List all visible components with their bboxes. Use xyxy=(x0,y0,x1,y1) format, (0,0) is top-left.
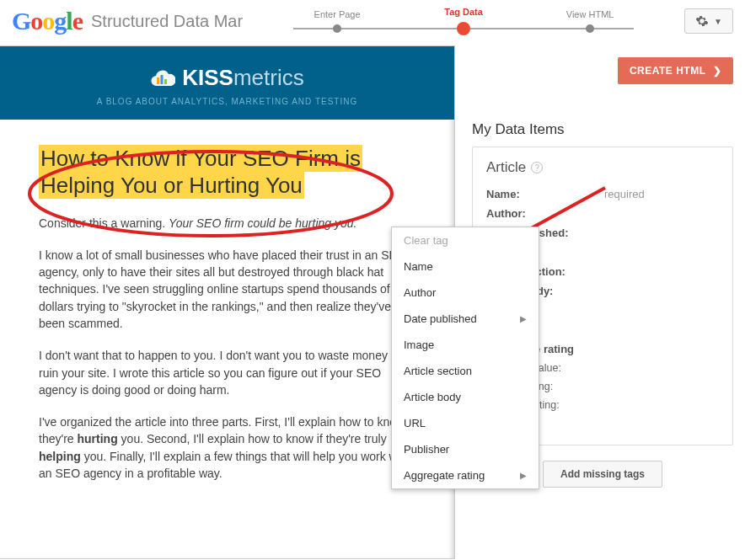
article-content[interactable]: How to Know if Your SEO Firm is Helping … xyxy=(0,120,454,508)
cloud-chart-icon xyxy=(150,67,175,89)
context-menu-item[interactable]: URL xyxy=(392,410,539,436)
context-menu-item[interactable]: Name xyxy=(392,253,539,280)
context-menu-item[interactable]: Author xyxy=(392,280,539,306)
step-enter-page[interactable]: Enter Page xyxy=(274,9,400,33)
context-menu-item: Clear tag xyxy=(392,227,539,253)
site-tagline: A BLOG ABOUT ANALYTICS, MARKETING AND TE… xyxy=(8,97,446,106)
svg-rect-1 xyxy=(161,75,163,84)
card-type-heading: Article ? xyxy=(486,159,719,176)
context-menu-item[interactable]: Article body xyxy=(392,384,539,410)
caret-down-icon: ▼ xyxy=(714,17,722,26)
field-row[interactable]: Author: xyxy=(486,204,719,223)
article-title[interactable]: How to Know if Your SEO Firm is Helping … xyxy=(39,145,362,200)
chevron-right-icon: ❯ xyxy=(713,65,722,77)
tag-context-menu[interactable]: Clear tagNameAuthorDate published▶ImageA… xyxy=(391,227,539,489)
svg-rect-2 xyxy=(164,79,167,84)
article-paragraph[interactable]: I've organized the article into three pa… xyxy=(39,413,415,482)
chevron-right-icon: ▶ xyxy=(520,471,527,480)
article-paragraph[interactable]: I don't want that to happen to you. I do… xyxy=(39,347,415,398)
settings-button[interactable]: ▼ xyxy=(684,8,733,34)
context-menu-item[interactable]: Article section xyxy=(392,358,539,384)
gear-icon xyxy=(695,14,709,28)
app-header: Google Structured Data Mar Enter Page Ta… xyxy=(0,0,745,45)
context-menu-item[interactable]: Publisher xyxy=(392,436,539,462)
chevron-right-icon: ▶ xyxy=(520,314,527,323)
context-menu-item[interactable]: Image xyxy=(392,332,539,358)
svg-rect-0 xyxy=(157,77,159,84)
google-logo: Google xyxy=(12,7,83,35)
context-menu-item[interactable]: Aggregate rating▶ xyxy=(392,462,539,488)
site-header: KISSmetrics A BLOG ABOUT ANALYTICS, MARK… xyxy=(0,46,454,120)
field-row[interactable]: Name:required xyxy=(486,184,719,204)
tool-title: Structured Data Mar xyxy=(91,12,243,31)
step-view-html[interactable]: View HTML xyxy=(527,9,653,33)
article-paragraph[interactable]: I know a lot of small businesses who hav… xyxy=(39,247,415,332)
create-html-button[interactable]: CREATE HTML ❯ xyxy=(618,57,733,84)
add-missing-tags-button[interactable]: Add missing tags xyxy=(543,461,662,488)
progress-stepper: Enter Page Tag Data View HTML xyxy=(260,7,667,35)
step-tag-data[interactable]: Tag Data xyxy=(400,7,527,35)
context-menu-item[interactable]: Date published▶ xyxy=(392,306,539,332)
data-items-heading: My Data Items xyxy=(472,84,733,138)
help-icon[interactable]: ? xyxy=(531,162,543,173)
article-paragraph[interactable]: Consider this a warning. Your SEO firm c… xyxy=(39,215,415,232)
page-preview-pane[interactable]: KISSmetrics A BLOG ABOUT ANALYTICS, MARK… xyxy=(0,45,455,559)
